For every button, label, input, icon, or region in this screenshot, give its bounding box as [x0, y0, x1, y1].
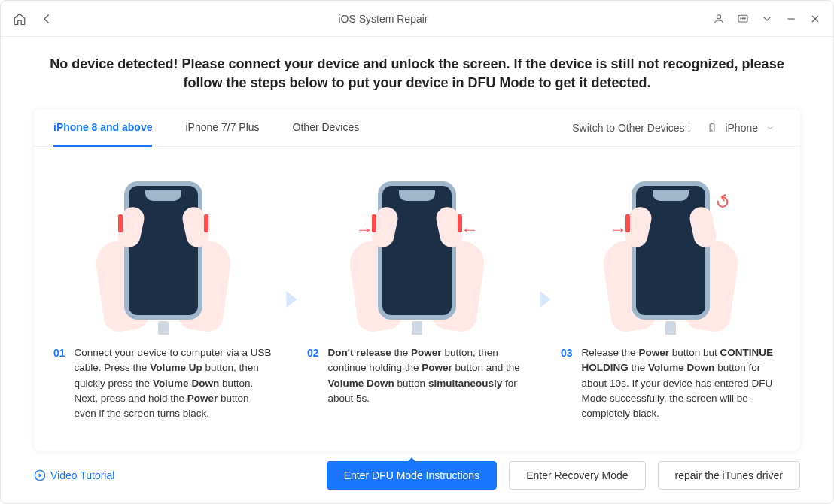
switch-label: Switch to Other Devices : — [572, 122, 690, 134]
phone-icon — [707, 123, 717, 133]
feedback-icon[interactable] — [737, 13, 749, 25]
svg-point-2 — [741, 17, 741, 18]
user-icon[interactable] — [713, 13, 725, 25]
step-2-number: 02 — [307, 345, 319, 361]
step-1-illustration — [88, 177, 239, 327]
step-3-text: Release the Power button but CONTINUE HO… — [582, 345, 781, 421]
chevron-down-icon — [766, 123, 775, 132]
chevron-down-icon[interactable] — [761, 13, 773, 25]
step-3: → ↺ 03 Release the Power button but CONT… — [561, 177, 781, 428]
step-1-number: 01 — [53, 345, 65, 361]
step-2-text: Don't release the Power button, then con… — [328, 345, 527, 406]
home-icon[interactable] — [13, 12, 26, 26]
video-tutorial-label: Video Tutorial — [50, 469, 114, 481]
repair-itunes-button[interactable]: repair the iTunes driver — [658, 461, 800, 490]
page-heading: No device detected! Please connect your … — [34, 55, 800, 93]
svg-point-0 — [717, 14, 720, 18]
step-1: 01 Connect your device to computer via a… — [53, 177, 273, 428]
tab-iphone8-above[interactable]: iPhone 8 and above — [53, 109, 152, 147]
window-title: iOS System Repair — [53, 13, 713, 25]
tab-other-devices[interactable]: Other Devices — [293, 109, 360, 147]
svg-point-3 — [742, 17, 743, 18]
step-1-text: Connect your device to computer via a US… — [75, 345, 273, 421]
video-tutorial-link[interactable]: Video Tutorial — [34, 469, 114, 481]
step-3-number: 03 — [561, 345, 573, 361]
arrow-right-icon — [278, 287, 303, 319]
close-icon[interactable] — [809, 13, 821, 25]
step-3-illustration: → ↺ — [595, 177, 746, 327]
minimize-icon[interactable] — [785, 13, 797, 25]
device-selected-label: iPhone — [725, 122, 758, 134]
play-circle-icon — [34, 469, 46, 481]
step-2-illustration: → ← — [342, 177, 492, 327]
arrow-right-icon — [531, 287, 557, 319]
step-2: → ← 02 Don't release the Power button, t… — [307, 177, 527, 428]
tab-iphone7[interactable]: iPhone 7/7 Plus — [185, 109, 259, 147]
device-select[interactable]: iPhone — [701, 119, 781, 137]
svg-point-4 — [744, 17, 745, 18]
enter-recovery-button[interactable]: Enter Recovery Mode — [509, 461, 645, 490]
enter-dfu-button[interactable]: Enter DFU Mode Instructions — [327, 461, 498, 490]
back-icon[interactable] — [40, 12, 53, 26]
